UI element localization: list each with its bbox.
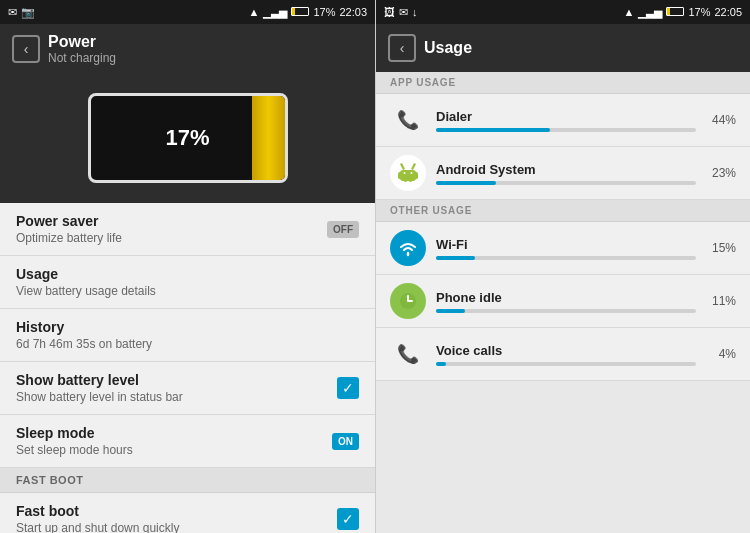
signal-bars-icon: ▁▃▅ bbox=[263, 6, 287, 19]
history-subtitle: 6d 7h 46m 35s on battery bbox=[16, 337, 359, 351]
idle-icon bbox=[390, 283, 426, 319]
fast-boot-section-header: FAST BOOT bbox=[0, 468, 375, 493]
svg-rect-3 bbox=[415, 172, 418, 179]
voice-calls-bar-container bbox=[436, 362, 696, 366]
dialer-percent: 44% bbox=[706, 113, 736, 127]
download-icon: ↓ bbox=[412, 6, 418, 18]
right-back-chevron-icon: ‹ bbox=[400, 40, 405, 56]
usage-title: Usage bbox=[16, 266, 359, 282]
right-time: 22:05 bbox=[714, 6, 742, 18]
right-battery-percent: 17% bbox=[688, 6, 710, 18]
right-signal-icon: ▁▃▅ bbox=[638, 6, 662, 19]
history-item[interactable]: History 6d 7h 46m 35s on battery bbox=[0, 309, 375, 362]
right-header-title: Usage bbox=[424, 38, 472, 57]
phone-idle-percent: 11% bbox=[706, 294, 736, 308]
usage-text: Usage View battery usage details bbox=[16, 266, 359, 298]
camera-icon: 📷 bbox=[21, 6, 35, 19]
left-battery-percent: 17% bbox=[313, 6, 335, 18]
svg-rect-2 bbox=[398, 172, 401, 179]
battery-graphic: 17% bbox=[88, 93, 288, 183]
dialer-bar bbox=[436, 128, 550, 132]
power-saver-title: Power saver bbox=[16, 213, 327, 229]
voice-calls-percent: 4% bbox=[706, 347, 736, 361]
left-header-text: Power Not charging bbox=[48, 32, 116, 65]
phone-idle-item[interactable]: Phone idle 11% bbox=[376, 275, 750, 328]
wifi-signal-icon: ▲ bbox=[249, 6, 260, 18]
sleep-mode-item[interactable]: Sleep mode Set sleep mode hours ON bbox=[0, 415, 375, 468]
left-status-right: ▲ ▁▃▅ 17% 22:03 bbox=[249, 6, 367, 19]
right-status-bar: 🖼 ✉ ↓ ▲ ▁▃▅ 17% 22:05 bbox=[376, 0, 750, 24]
fast-boot-title: Fast boot bbox=[16, 503, 337, 519]
fast-boot-checkmark-icon: ✓ bbox=[342, 511, 354, 527]
fast-boot-checkbox[interactable]: ✓ bbox=[337, 508, 359, 530]
msg-icon: ✉ bbox=[8, 6, 17, 19]
fast-boot-item[interactable]: Fast boot Start up and shut down quickly… bbox=[0, 493, 375, 533]
usage-item[interactable]: Usage View battery usage details bbox=[0, 256, 375, 309]
back-button-right[interactable]: ‹ bbox=[388, 34, 416, 62]
checkmark-icon: ✓ bbox=[342, 380, 354, 396]
left-header-title: Power bbox=[48, 32, 116, 51]
svg-rect-4 bbox=[404, 177, 407, 182]
wifi-item[interactable]: Wi-Fi 15% bbox=[376, 222, 750, 275]
fast-boot-text: Fast boot Start up and shut down quickly bbox=[16, 503, 337, 533]
android-icon bbox=[390, 155, 426, 191]
fast-boot-subtitle: Start up and shut down quickly bbox=[16, 521, 337, 533]
sleep-mode-title: Sleep mode bbox=[16, 425, 332, 441]
power-saver-text: Power saver Optimize battery life bbox=[16, 213, 327, 245]
battery-percentage-text: 17% bbox=[91, 96, 285, 180]
left-panel: ✉ 📷 ▲ ▁▃▅ 17% 22:03 ‹ Power Not charging… bbox=[0, 0, 375, 533]
show-battery-title: Show battery level bbox=[16, 372, 337, 388]
phone-idle-info: Phone idle bbox=[436, 290, 696, 313]
photo-icon: 🖼 bbox=[384, 6, 395, 18]
power-saver-toggle[interactable]: OFF bbox=[327, 221, 359, 238]
left-header-subtitle: Not charging bbox=[48, 51, 116, 65]
dialer-item[interactable]: 📞 Dialer 44% bbox=[376, 94, 750, 147]
right-content-list: APP USAGE 📞 Dialer 44% bbox=[376, 72, 750, 533]
left-status-icons: ✉ 📷 bbox=[8, 6, 35, 19]
left-header: ‹ Power Not charging bbox=[0, 24, 375, 73]
show-battery-checkbox[interactable]: ✓ bbox=[337, 377, 359, 399]
sleep-mode-toggle[interactable]: ON bbox=[332, 433, 359, 450]
right-status-right: ▲ ▁▃▅ 17% 22:05 bbox=[624, 6, 742, 19]
left-content-list: Power saver Optimize battery life OFF Us… bbox=[0, 203, 375, 533]
android-system-item[interactable]: Android System 23% bbox=[376, 147, 750, 200]
battery-icon bbox=[291, 6, 309, 18]
phone-idle-bar-container bbox=[436, 309, 696, 313]
voice-calls-icon: 📞 bbox=[390, 336, 426, 372]
back-button-left[interactable]: ‹ bbox=[12, 35, 40, 63]
history-text: History 6d 7h 46m 35s on battery bbox=[16, 319, 359, 351]
wifi-percent: 15% bbox=[706, 241, 736, 255]
svg-rect-5 bbox=[409, 177, 412, 182]
android-system-info: Android System bbox=[436, 162, 696, 185]
dialer-bar-container bbox=[436, 128, 696, 132]
dialer-info: Dialer bbox=[436, 109, 696, 132]
voice-calls-item[interactable]: 📞 Voice calls 4% bbox=[376, 328, 750, 381]
app-usage-header: APP USAGE bbox=[376, 72, 750, 94]
android-system-bar-container bbox=[436, 181, 696, 185]
svg-point-7 bbox=[411, 172, 413, 174]
battery-bar-left bbox=[291, 7, 309, 16]
wifi-usage-icon bbox=[390, 230, 426, 266]
battery-display: 17% bbox=[0, 73, 375, 203]
left-time: 22:03 bbox=[339, 6, 367, 18]
android-system-name: Android System bbox=[436, 162, 696, 177]
sleep-mode-subtitle: Set sleep mode hours bbox=[16, 443, 332, 457]
android-system-bar bbox=[436, 181, 496, 185]
show-battery-item[interactable]: Show battery level Show battery level in… bbox=[0, 362, 375, 415]
history-title: History bbox=[16, 319, 359, 335]
left-status-bar: ✉ 📷 ▲ ▁▃▅ 17% 22:03 bbox=[0, 0, 375, 24]
android-system-percent: 23% bbox=[706, 166, 736, 180]
right-battery-icon bbox=[666, 6, 684, 18]
wifi-bar-container bbox=[436, 256, 696, 260]
power-saver-item[interactable]: Power saver Optimize battery life OFF bbox=[0, 203, 375, 256]
wifi-bar bbox=[436, 256, 475, 260]
right-battery-bar bbox=[666, 7, 684, 16]
sleep-mode-text: Sleep mode Set sleep mode hours bbox=[16, 425, 332, 457]
svg-rect-1 bbox=[400, 170, 416, 181]
usage-subtitle: View battery usage details bbox=[16, 284, 359, 298]
right-status-icons: 🖼 ✉ ↓ bbox=[384, 6, 418, 19]
right-wifi-icon: ▲ bbox=[624, 6, 635, 18]
phone-icon: 📞 bbox=[390, 102, 426, 138]
voice-calls-bar bbox=[436, 362, 446, 366]
power-saver-subtitle: Optimize battery life bbox=[16, 231, 327, 245]
